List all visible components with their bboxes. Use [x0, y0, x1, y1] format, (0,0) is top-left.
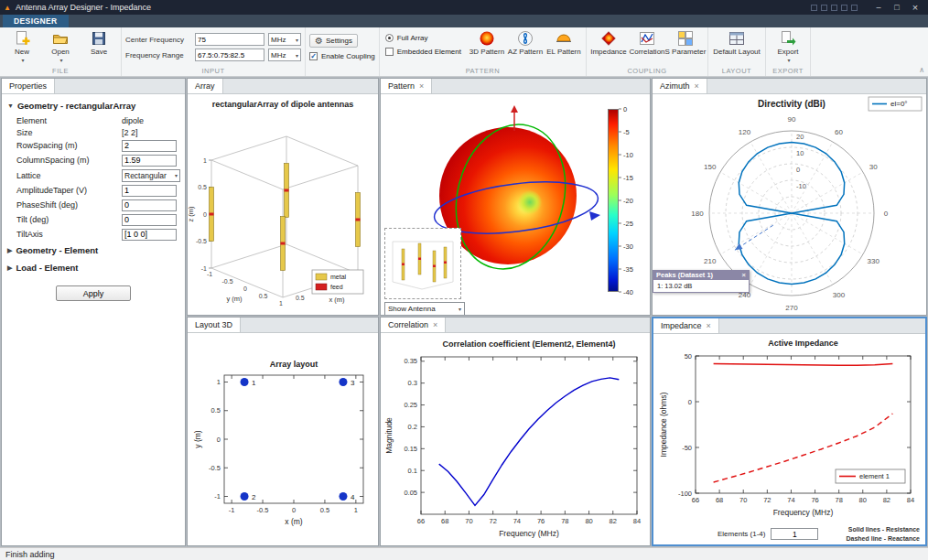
- section-geometry-element[interactable]: ▶ Geometry - Element: [2, 242, 185, 259]
- property-row-phaseshift-deg: PhaseShift (deg): [2, 198, 185, 212]
- svg-text:-40: -40: [623, 288, 633, 296]
- azimuth-polar-plot[interactable]: Peaks (Dataset 1) × 1: 13.02 dB Directiv…: [653, 94, 926, 315]
- tab-azimuth[interactable]: Azimuth×: [653, 79, 707, 93]
- quick-access-icon[interactable]: [841, 5, 847, 11]
- property-value-lattice[interactable]: Rectangular▾: [122, 169, 180, 182]
- peaks-header[interactable]: Peaks (Dataset 1) ×: [653, 270, 750, 280]
- svg-text:0: 0: [243, 285, 247, 292]
- center-frequency-input[interactable]: [195, 33, 264, 46]
- section-load-element[interactable]: ▶ Load - Element: [2, 259, 185, 276]
- property-label-rowspacing-m: RowSpacing (m): [16, 141, 122, 150]
- impedance-chart: Active Impedance66687072747678808284-100…: [653, 334, 923, 521]
- frequency-range-input[interactable]: [195, 48, 264, 61]
- apply-button[interactable]: Apply: [56, 285, 131, 301]
- minimize-button[interactable]: –: [869, 3, 888, 12]
- s-parameter-button[interactable]: S Parameter: [667, 29, 704, 56]
- tab-close-icon[interactable]: ×: [707, 321, 711, 330]
- feed-point: [433, 265, 436, 268]
- svg-text:1: 1: [279, 300, 283, 307]
- correlation-icon: [639, 30, 655, 47]
- frequency-range-label: Frequency Range: [125, 51, 191, 59]
- frequency-range-unit-select[interactable]: MHz▾: [268, 48, 301, 61]
- show-antenna-dropdown[interactable]: Show Antenna ▾: [384, 302, 465, 316]
- property-label-size: Size: [16, 128, 122, 137]
- property-value-columnspacing-m[interactable]: [122, 155, 177, 167]
- array-element-marker: [241, 378, 249, 386]
- peaks-close-icon[interactable]: ×: [742, 271, 746, 279]
- open-button[interactable]: Open▾: [42, 29, 79, 63]
- section-geometry-rectangulararray[interactable]: ▼ Geometry - rectangularArray: [2, 97, 185, 114]
- quick-access-icon[interactable]: [811, 5, 817, 11]
- tab-pattern[interactable]: Pattern×: [381, 79, 432, 93]
- property-value-tilt-deg[interactable]: [122, 214, 177, 226]
- property-value-tiltaxis[interactable]: [122, 229, 177, 241]
- tab-layout-3d[interactable]: Layout 3D: [188, 318, 241, 332]
- svg-text:80: 80: [859, 496, 867, 504]
- correlation-panel: Correlation× Correlation coefficient (El…: [380, 317, 651, 546]
- correlation-button[interactable]: Correlation: [629, 29, 665, 56]
- azimuth-panel: Azimuth× Peaks (Dataset 1) × 1: 13.02 dB…: [652, 78, 927, 316]
- el-pattern-icon: [556, 30, 572, 47]
- gear-icon: ⚙: [315, 36, 323, 46]
- tab-correlation[interactable]: Correlation×: [381, 318, 446, 332]
- feed-point: [356, 219, 361, 221]
- tab-close-icon[interactable]: ×: [695, 81, 699, 91]
- dropdown-icon: ▾: [459, 306, 461, 312]
- 3d-pattern-button[interactable]: 3D Pattern: [469, 29, 505, 56]
- svg-text:-35: -35: [623, 265, 633, 274]
- collapse-down-icon: ▼: [7, 102, 14, 109]
- pattern-3d-plot[interactable]: Show Antenna ▾ 0-5-10-15-20-25-30-35-40: [381, 94, 650, 315]
- array-3d-chart: rectangularArray of dipole antennas10.50…: [188, 94, 379, 312]
- settings-button[interactable]: ⚙Settings: [309, 34, 358, 48]
- quick-access-icon[interactable]: [851, 5, 858, 11]
- full-array-radio[interactable]: Full Array: [385, 34, 461, 42]
- designer-tab[interactable]: DESIGNER: [3, 15, 69, 27]
- correlation-plot[interactable]: Correlation coefficient (Element2, Eleme…: [381, 333, 650, 545]
- panel-tab-bar: Impedance×: [653, 318, 925, 334]
- property-value-phaseshift-deg[interactable]: [122, 199, 177, 211]
- array-panel: Array rectangularArray of dipole antenna…: [187, 78, 379, 316]
- embedded-element-checkbox[interactable]: Embedded Element: [385, 48, 461, 56]
- maximize-button[interactable]: □: [888, 3, 906, 12]
- center-frequency-unit-select[interactable]: MHz▾: [268, 33, 301, 46]
- impedance-button[interactable]: Impedance: [590, 29, 627, 56]
- array-layout-plot[interactable]: Array layout-1-0.500.51-1-0.500.511324x …: [188, 333, 378, 546]
- az-pattern-button[interactable]: AZ Pattern: [507, 29, 544, 56]
- tab-label: Properties: [9, 81, 47, 91]
- tab-properties[interactable]: Properties: [2, 79, 55, 93]
- quick-access-icon[interactable]: [821, 5, 827, 11]
- enable-coupling-checkbox[interactable]: ✓Enable Coupling: [309, 52, 375, 60]
- svg-text:150: 150: [704, 163, 717, 171]
- array-3d-plot[interactable]: rectangularArray of dipole antennas10.50…: [188, 94, 378, 315]
- new-button[interactable]: New▾: [4, 29, 40, 63]
- dropdown-icon: ▾: [21, 57, 24, 63]
- save-button[interactable]: Save: [81, 29, 117, 56]
- center-frequency-label: Center Frequency: [125, 36, 191, 44]
- tab-close-icon[interactable]: ×: [433, 320, 437, 329]
- dropdown-icon: ▾: [296, 52, 298, 59]
- quick-access-icon[interactable]: [831, 5, 837, 11]
- svg-text:70: 70: [465, 517, 472, 525]
- tab-label: Impedance: [661, 321, 702, 330]
- el-pattern-button[interactable]: EL Pattern: [545, 29, 582, 56]
- svg-text:76: 76: [537, 517, 545, 525]
- settings-section: ⚙Settings ✓Enable Coupling: [306, 27, 380, 76]
- export-button[interactable]: Export▾: [770, 29, 806, 63]
- tab-impedance[interactable]: Impedance×: [653, 318, 719, 333]
- svg-text:30: 30: [869, 163, 878, 171]
- close-button[interactable]: ×: [906, 2, 924, 13]
- array-layout-chart: Array layout-1-0.500.51-1-0.500.511324x …: [188, 333, 379, 545]
- tab-array[interactable]: Array: [188, 79, 223, 93]
- svg-text:76: 76: [811, 496, 818, 504]
- file-section: New▾ Open▾ Save FILE: [0, 27, 122, 76]
- svg-text:-0.5: -0.5: [221, 278, 232, 285]
- impedance-plot[interactable]: Active Impedance66687072747678808284-100…: [653, 334, 925, 544]
- default-layout-button[interactable]: Default Layout: [712, 29, 761, 56]
- property-value-amplitudetaper-v[interactable]: [122, 185, 177, 197]
- property-value-rowspacing-m[interactable]: [122, 140, 177, 152]
- tab-close-icon[interactable]: ×: [419, 81, 424, 91]
- svg-text:Frequency (MHz): Frequency (MHz): [773, 508, 834, 517]
- collapse-ribbon-button[interactable]: ∧: [919, 66, 924, 74]
- property-label-element: Element: [16, 116, 122, 125]
- elements-input[interactable]: [771, 528, 818, 540]
